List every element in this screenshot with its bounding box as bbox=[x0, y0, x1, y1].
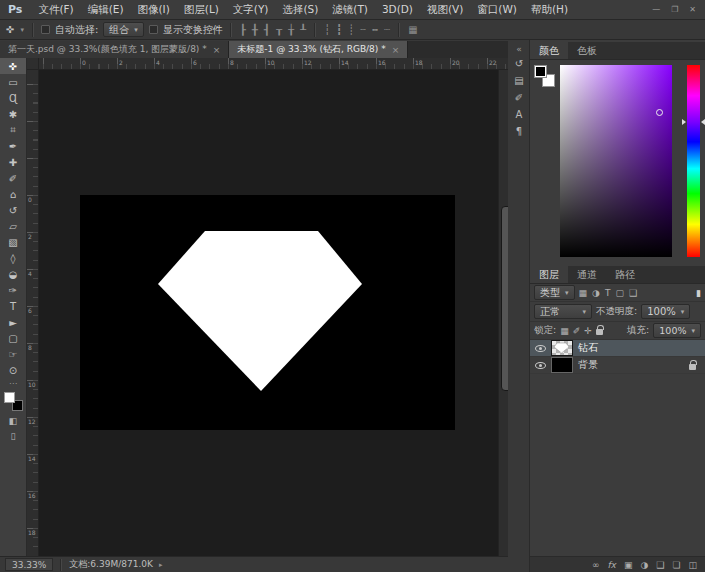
filter-smart-objects-icon[interactable]: ❑ bbox=[629, 288, 637, 298]
horizontal-ruler[interactable]: 0246810121416182022 bbox=[39, 58, 508, 70]
layer-row[interactable]: 钻石 bbox=[530, 340, 705, 357]
layer-filter-dropdown[interactable]: 类型 ▾ bbox=[534, 285, 575, 300]
menu-item[interactable]: 窗口(W) bbox=[470, 0, 524, 19]
align-right-icon[interactable]: ┨ bbox=[263, 24, 271, 35]
tool-preset-arrow-icon[interactable]: ▾ bbox=[19, 26, 25, 34]
layer-thumbnail[interactable] bbox=[551, 357, 573, 373]
history-brush-tool[interactable]: ↺ bbox=[0, 202, 26, 218]
panel-tab[interactable]: 颜色 bbox=[530, 42, 568, 59]
document-canvas[interactable] bbox=[80, 195, 455, 430]
clone-stamp-tool[interactable]: ⌂ bbox=[0, 186, 26, 202]
zoom-level-field[interactable]: 33.33% bbox=[5, 558, 53, 571]
document-tab[interactable]: 未标题-1 @ 33.3% (钻石, RGB/8) *× bbox=[229, 41, 408, 58]
menu-item[interactable]: 滤镜(T) bbox=[325, 0, 375, 19]
adjustment-layer-icon[interactable]: ◑ bbox=[640, 560, 648, 570]
document-tab[interactable]: 第一天.psd @ 33.3%(颜色填充 1, 图层蒙版/8) *× bbox=[0, 41, 229, 58]
horizontal-type-tool[interactable]: T bbox=[0, 298, 26, 314]
eraser-tool[interactable]: ▱ bbox=[0, 218, 26, 234]
align-left-icon[interactable]: ┠ bbox=[239, 24, 247, 35]
link-layers-icon[interactable]: ∞ bbox=[592, 560, 600, 570]
rectangular-marquee-tool[interactable]: ▭ bbox=[0, 74, 26, 90]
filter-shape-layers-icon[interactable]: ▢ bbox=[615, 288, 624, 298]
hue-slider-marker[interactable] bbox=[682, 119, 686, 125]
menu-item[interactable]: 3D(D) bbox=[375, 0, 420, 19]
auto-select-mode-dropdown[interactable]: 组合 ▾ bbox=[103, 22, 144, 37]
align-center-h-icon[interactable]: ╂ bbox=[251, 24, 259, 35]
layer-style-icon[interactable]: fx bbox=[607, 560, 616, 570]
distribute-left-icon[interactable]: ┄ bbox=[359, 24, 367, 35]
opacity-dropdown[interactable]: 100% ▾ bbox=[641, 304, 690, 319]
menu-item[interactable]: 帮助(H) bbox=[524, 0, 575, 19]
lasso-tool[interactable]: Ɋ bbox=[0, 90, 26, 106]
delete-layer-icon[interactable]: ◫ bbox=[688, 560, 697, 570]
foreground-color-swatch[interactable] bbox=[534, 65, 547, 78]
panel-tab[interactable]: 通道 bbox=[568, 266, 606, 283]
properties-panel-icon[interactable]: ▤ bbox=[508, 72, 530, 89]
blend-mode-dropdown[interactable]: 正常 ▾ bbox=[534, 304, 592, 319]
menu-item[interactable]: 文件(F) bbox=[31, 0, 80, 19]
hue-slider-marker[interactable] bbox=[701, 119, 705, 125]
close-button[interactable]: ✕ bbox=[689, 5, 696, 14]
foreground-color-swatch[interactable] bbox=[4, 392, 15, 403]
align-top-icon[interactable]: ┰ bbox=[275, 24, 283, 35]
visibility-eye-icon[interactable] bbox=[535, 345, 546, 352]
menu-item[interactable]: 图层(L) bbox=[177, 0, 226, 19]
hue-slider[interactable] bbox=[687, 65, 700, 257]
visibility-eye-icon[interactable] bbox=[535, 362, 546, 369]
layer-thumbnail[interactable] bbox=[551, 340, 573, 356]
spot-healing-brush-tool[interactable]: ✚ bbox=[0, 154, 26, 170]
quick-selection-tool[interactable]: ✱ bbox=[0, 106, 26, 122]
dodge-tool[interactable]: ◒ bbox=[0, 266, 26, 282]
eyedropper-tool[interactable]: ✒ bbox=[0, 138, 26, 154]
show-transform-checkbox[interactable] bbox=[149, 25, 158, 34]
history-panel-icon[interactable]: ↺ bbox=[508, 55, 530, 72]
menu-item[interactable]: 视图(V) bbox=[420, 0, 470, 19]
lock-pixels-icon[interactable]: ✐ bbox=[573, 326, 581, 336]
quick-mask-icon[interactable]: ◧ bbox=[0, 413, 26, 428]
color-field-cursor[interactable] bbox=[656, 109, 663, 116]
filter-adjustment-layers-icon[interactable]: ◑ bbox=[592, 288, 600, 298]
lock-all-icon[interactable] bbox=[596, 329, 603, 335]
collapse-dock-icon[interactable]: « bbox=[508, 42, 530, 55]
new-layer-icon[interactable]: ❏ bbox=[672, 560, 680, 570]
lock-position-icon[interactable]: ✛ bbox=[584, 326, 592, 336]
vertical-ruler[interactable]: 024681012141618 bbox=[27, 70, 39, 556]
more-tools-icon[interactable]: ⋯ bbox=[0, 378, 26, 388]
saturation-brightness-field[interactable] bbox=[560, 65, 672, 257]
pen-tool[interactable]: ✑ bbox=[0, 282, 26, 298]
hand-tool[interactable]: ☞ bbox=[0, 346, 26, 362]
menu-item[interactable]: 选择(S) bbox=[275, 0, 325, 19]
canvas-pasteboard[interactable] bbox=[39, 70, 498, 556]
paragraph-panel-icon[interactable]: ¶ bbox=[508, 123, 530, 140]
path-selection-tool[interactable]: ► bbox=[0, 314, 26, 330]
character-panel-icon[interactable]: A bbox=[508, 106, 530, 123]
distribute-bottom-icon[interactable]: ┊ bbox=[347, 24, 355, 35]
zoom-tool[interactable]: ⊙ bbox=[0, 362, 26, 378]
panel-tab[interactable]: 色板 bbox=[568, 42, 606, 59]
menu-item[interactable]: 图像(I) bbox=[130, 0, 176, 19]
distribute-center-icon[interactable]: ┅ bbox=[371, 24, 379, 35]
gradient-tool[interactable]: ▧ bbox=[0, 234, 26, 250]
blur-tool[interactable]: ◊ bbox=[0, 250, 26, 266]
layer-filter-toggle-icon[interactable]: ▮ bbox=[696, 288, 701, 298]
filter-pixel-layers-icon[interactable]: ▦ bbox=[579, 288, 588, 298]
crop-tool[interactable]: ⌗ bbox=[0, 122, 26, 138]
distribute-right-icon[interactable]: ┈ bbox=[383, 24, 391, 35]
new-group-icon[interactable]: ❑ bbox=[656, 560, 664, 570]
menu-item[interactable]: 文字(Y) bbox=[226, 0, 276, 19]
lock-transparency-icon[interactable]: ▦ bbox=[560, 326, 569, 336]
tab-close-icon[interactable]: × bbox=[392, 45, 400, 55]
tab-close-icon[interactable]: × bbox=[213, 45, 221, 55]
brush-tool[interactable]: ✐ bbox=[0, 170, 26, 186]
minimize-button[interactable]: — bbox=[652, 5, 660, 14]
layer-row[interactable]: 背景 bbox=[530, 357, 705, 374]
auto-align-icon[interactable]: ▦ bbox=[407, 24, 418, 35]
screen-mode-icon[interactable]: ▯ bbox=[0, 428, 26, 443]
panel-tab[interactable]: 路径 bbox=[606, 266, 644, 283]
brush-presets-panel-icon[interactable]: ✐ bbox=[508, 89, 530, 106]
align-bottom-icon[interactable]: ┸ bbox=[299, 24, 307, 35]
distribute-top-icon[interactable]: ┆ bbox=[323, 24, 331, 35]
auto-select-checkbox[interactable] bbox=[41, 25, 50, 34]
distribute-middle-icon[interactable]: ┇ bbox=[335, 24, 343, 35]
panel-tab[interactable]: 图层 bbox=[530, 266, 568, 283]
